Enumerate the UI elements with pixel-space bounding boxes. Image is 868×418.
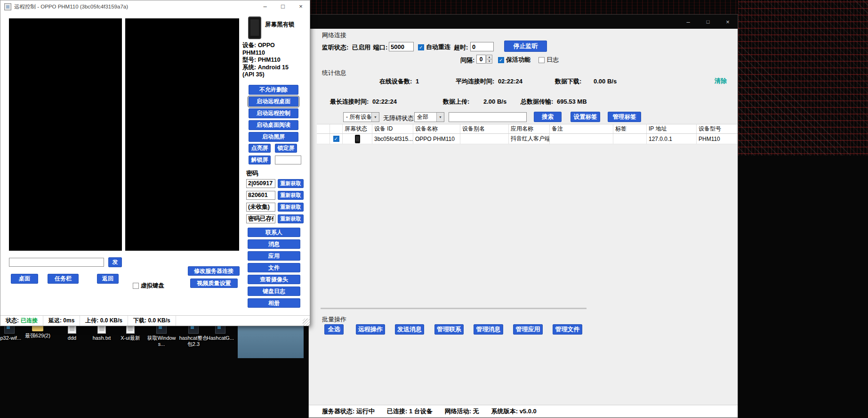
server-connection-button[interactable]: 修改服务器连接 xyxy=(188,266,240,276)
chevron-down-icon[interactable]: ▼ xyxy=(436,113,444,122)
column-header-app-name[interactable]: 应用名称 xyxy=(509,124,550,133)
unlock-screen-button[interactable]: 解锁屏 xyxy=(249,156,271,164)
device-table-row[interactable]: ✓ 3bc05fc4f315... OPPO PHM110 抖音红人客户端 12… xyxy=(317,134,738,144)
interval-stepper[interactable]: ▲ ▼ xyxy=(486,55,492,64)
remote-screen-left[interactable] xyxy=(9,18,122,251)
server-titlebar[interactable]: – □ × xyxy=(309,15,738,29)
search-button[interactable]: 搜索 xyxy=(534,112,562,122)
column-header-note[interactable]: 备注 xyxy=(550,124,613,133)
device-filter-select[interactable]: - 所有设备 - ▼ xyxy=(343,112,379,122)
maximize-icon[interactable]: □ xyxy=(698,15,718,29)
close-icon[interactable]: × xyxy=(292,0,310,13)
column-header-tag[interactable]: 标签 xyxy=(613,124,647,133)
lock-screen-button[interactable]: 锁定屏 xyxy=(275,144,297,153)
desktop-nav-button[interactable]: 桌面 xyxy=(11,274,38,284)
manage-messages-button[interactable]: 管理消息 xyxy=(474,324,503,335)
remote-operate-button[interactable]: 远程操作 xyxy=(356,324,385,335)
video-quality-button[interactable]: 视频质量设置 xyxy=(190,279,238,288)
resize-grip[interactable] xyxy=(303,319,310,326)
refresh-password-button[interactable]: 重新获取 xyxy=(278,191,304,200)
maximize-icon[interactable]: □ xyxy=(274,0,292,13)
phone-screen-icon xyxy=(355,135,360,143)
send-text-input[interactable] xyxy=(9,258,104,267)
files-button[interactable]: 文件 xyxy=(248,263,300,272)
row-cell-device-id: 3bc05fc4f315... xyxy=(372,134,413,144)
messages-button[interactable]: 消息 xyxy=(248,239,300,249)
column-header-device-alias[interactable]: 设备别名 xyxy=(460,124,509,133)
album-button[interactable]: 相册 xyxy=(248,298,300,308)
column-header-device-id[interactable]: 设备 ID xyxy=(372,124,413,133)
desktop-read-button[interactable]: 启动桌面阅读 xyxy=(249,120,298,130)
password-row: 重新获取 xyxy=(246,214,310,223)
row-cell-select[interactable]: ✓ xyxy=(330,134,343,144)
remote-screen-right[interactable] xyxy=(125,18,239,251)
remote-desktop-button[interactable]: 启动远程桌面 xyxy=(249,97,298,107)
refresh-password-button[interactable]: 重新获取 xyxy=(278,203,304,212)
device-table-header: 屏幕状态 设备 ID 设备名称 设备别名 应用名称 备注 标签 IP 地址 设备… xyxy=(317,124,738,134)
viewer-titlebar[interactable]: 远程控制 - OPPO PHM110 (3bc05fc4f3159a7a) – … xyxy=(0,0,310,13)
manage-contacts-button[interactable]: 管理联系 xyxy=(434,324,464,335)
unlock-input[interactable] xyxy=(275,156,301,164)
auto-reconnect-option[interactable]: ✓ 自动重连 xyxy=(418,43,450,51)
row-cell-device-alias xyxy=(460,134,509,144)
close-icon[interactable]: × xyxy=(718,15,738,29)
log-checkbox[interactable] xyxy=(538,57,545,63)
column-header[interactable] xyxy=(317,124,330,133)
column-header-model[interactable]: 设备型号 xyxy=(697,124,738,133)
port-input[interactable] xyxy=(389,42,414,51)
apps-button[interactable]: 应用 xyxy=(248,251,300,261)
column-header-device-name[interactable]: 设备名称 xyxy=(413,124,460,133)
desktop-icon-hashcat-pack[interactable]: hashcat整合包2.3 xyxy=(178,323,209,347)
set-tag-button[interactable]: 设置标签 xyxy=(571,112,600,122)
no-delete-button[interactable]: 不允许删除 xyxy=(249,85,298,95)
desktop-icon-getwindows[interactable]: 获取Windows... xyxy=(146,323,177,347)
refresh-password-button[interactable]: 重新获取 xyxy=(278,214,304,223)
column-header-screen-state[interactable]: 屏幕状态 xyxy=(343,124,372,133)
keepalive-checkbox[interactable]: ✓ xyxy=(498,57,504,63)
log-option[interactable]: 日志 xyxy=(538,56,559,64)
back-nav-button[interactable]: 返回 xyxy=(97,274,119,284)
password-row: 重新获取 xyxy=(246,203,310,212)
virtual-keyboard-checkbox[interactable] xyxy=(133,283,139,289)
manage-tag-button[interactable]: 管理标签 xyxy=(608,112,641,122)
virtual-keyboard-option[interactable]: 虚拟键盘 xyxy=(133,282,164,290)
action-buttons: 不允许删除 启动远程桌面 启动远程控制 启动桌面阅读 启动黑屏 xyxy=(242,85,310,142)
interval-input[interactable] xyxy=(476,55,486,64)
keepalive-option[interactable]: ✓ 保活功能 xyxy=(498,56,530,64)
data-download-label: 数据下载: xyxy=(555,78,581,85)
contacts-button[interactable]: 联系人 xyxy=(248,228,300,237)
device-info-line: 设备: OPPO xyxy=(242,42,310,49)
chevron-down-icon[interactable]: ▼ xyxy=(371,113,379,122)
keylog-button[interactable]: 键盘日志 xyxy=(248,287,300,296)
black-screen-button[interactable]: 启动黑屏 xyxy=(249,132,298,142)
password-field-4[interactable] xyxy=(246,214,275,223)
desktop-icon-label: ddd xyxy=(57,335,87,341)
select-all-button[interactable]: 全选 xyxy=(324,324,344,335)
splitter-handle[interactable] xyxy=(321,308,587,309)
spin-down-icon[interactable]: ▼ xyxy=(486,59,492,64)
stop-listen-button[interactable]: 停止监听 xyxy=(504,41,547,52)
password-field-3[interactable] xyxy=(246,203,275,212)
search-input[interactable] xyxy=(449,112,527,122)
taskbar-nav-button[interactable]: 任务栏 xyxy=(48,274,79,284)
light-screen-button[interactable]: 点亮屏 xyxy=(249,144,271,153)
refresh-password-button[interactable]: 重新获取 xyxy=(278,179,304,188)
send-button[interactable]: 发 xyxy=(108,257,122,267)
timeout-input[interactable] xyxy=(470,42,494,51)
column-header-ip[interactable]: IP 地址 xyxy=(647,124,697,133)
clear-link[interactable]: 清除 xyxy=(715,77,727,85)
log-label: 日志 xyxy=(547,56,559,64)
password-field-1[interactable] xyxy=(246,179,275,188)
minimize-icon[interactable]: – xyxy=(256,0,274,13)
send-message-button[interactable]: 发送消息 xyxy=(395,324,424,335)
auto-reconnect-checkbox[interactable]: ✓ xyxy=(418,44,424,50)
accessibility-select[interactable]: 全部 ▼ xyxy=(414,112,444,122)
row-checkbox[interactable]: ✓ xyxy=(333,136,339,142)
camera-button[interactable]: 查看摄像头 xyxy=(248,275,300,284)
password-field-2[interactable] xyxy=(246,191,275,200)
manage-apps-button[interactable]: 管理应用 xyxy=(513,324,543,335)
remote-control-button[interactable]: 启动远程控制 xyxy=(249,108,298,118)
manage-files-button[interactable]: 管理文件 xyxy=(553,324,582,335)
column-header-select[interactable] xyxy=(330,124,343,133)
minimize-icon[interactable]: – xyxy=(678,15,698,29)
